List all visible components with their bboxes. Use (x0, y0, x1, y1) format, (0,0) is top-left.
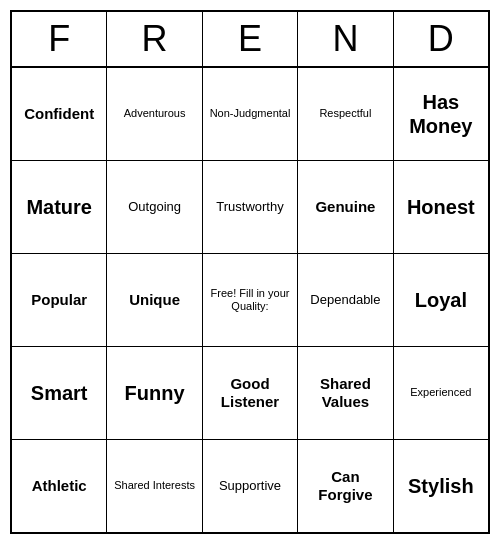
header-letter-n: N (298, 12, 393, 66)
header-letter-f: F (12, 12, 107, 66)
header-row: FREND (12, 12, 488, 68)
grid-cell-1-3: Genuine (298, 161, 393, 253)
header-letter-r: R (107, 12, 202, 66)
grid-row-2: PopularUniqueFree! Fill in your Quality:… (12, 254, 488, 347)
grid-cell-0-3: Respectful (298, 68, 393, 160)
grid-cell-4-1: Shared Interests (107, 440, 202, 532)
grid-cell-4-4: Stylish (394, 440, 488, 532)
header-letter-e: E (203, 12, 298, 66)
grid-cell-3-0: Smart (12, 347, 107, 439)
grid-cell-0-4: Has Money (394, 68, 488, 160)
grid-cell-4-3: Can Forgive (298, 440, 393, 532)
grid: ConfidentAdventurousNon-JudgmentalRespec… (12, 68, 488, 532)
grid-cell-2-3: Dependable (298, 254, 393, 346)
grid-cell-3-3: Shared Values (298, 347, 393, 439)
grid-row-0: ConfidentAdventurousNon-JudgmentalRespec… (12, 68, 488, 161)
header-letter-d: D (394, 12, 488, 66)
grid-row-1: MatureOutgoingTrustworthyGenuineHonest (12, 161, 488, 254)
bingo-card: FREND ConfidentAdventurousNon-Judgmental… (10, 10, 490, 534)
grid-cell-3-1: Funny (107, 347, 202, 439)
grid-cell-4-2: Supportive (203, 440, 298, 532)
grid-cell-4-0: Athletic (12, 440, 107, 532)
grid-cell-3-4: Experienced (394, 347, 488, 439)
grid-cell-0-0: Confident (12, 68, 107, 160)
grid-cell-1-0: Mature (12, 161, 107, 253)
grid-cell-1-1: Outgoing (107, 161, 202, 253)
grid-cell-2-2: Free! Fill in your Quality: (203, 254, 298, 346)
grid-row-3: SmartFunnyGood ListenerShared ValuesExpe… (12, 347, 488, 440)
grid-cell-0-2: Non-Judgmental (203, 68, 298, 160)
grid-cell-1-2: Trustworthy (203, 161, 298, 253)
grid-cell-2-1: Unique (107, 254, 202, 346)
grid-cell-3-2: Good Listener (203, 347, 298, 439)
grid-cell-0-1: Adventurous (107, 68, 202, 160)
grid-cell-2-0: Popular (12, 254, 107, 346)
grid-row-4: AthleticShared InterestsSupportiveCan Fo… (12, 440, 488, 532)
grid-cell-2-4: Loyal (394, 254, 488, 346)
grid-cell-1-4: Honest (394, 161, 488, 253)
